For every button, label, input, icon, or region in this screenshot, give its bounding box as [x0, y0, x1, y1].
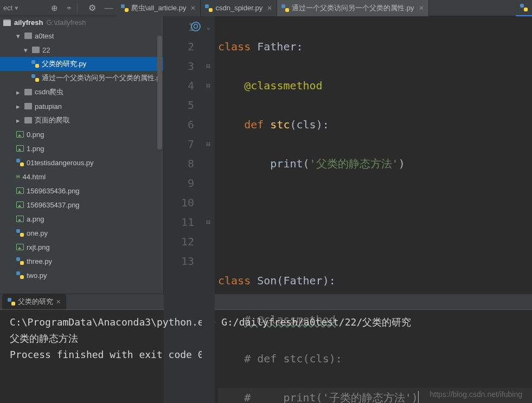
- tree-label: 1569635436.png: [27, 187, 80, 195]
- image-icon: [16, 216, 24, 222]
- project-root[interactable]: ailyfresh G:\dailyfresh: [0, 16, 163, 29]
- tree-label: 1569635437.png: [27, 201, 80, 209]
- fold-icon[interactable]: ⊟: [202, 56, 215, 76]
- python-icon: [8, 298, 15, 306]
- tree-label: 01testisdangerous.py: [27, 159, 94, 167]
- tree-item-01test[interactable]: 01testisdangerous.py: [0, 155, 163, 170]
- tree-label: 22: [42, 46, 50, 54]
- code-content[interactable]: class Father: @classmethod def stc(cls):…: [215, 16, 532, 403]
- html-icon: H: [16, 174, 20, 179]
- project-name: ailyfresh: [14, 18, 43, 27]
- python-icon: [16, 257, 24, 265]
- tab-label: csdn_spider.py: [215, 4, 262, 12]
- python-icon: [31, 60, 39, 68]
- tree-item-a0test[interactable]: ▾ a0test: [0, 29, 163, 43]
- editor: 1 2 3 4 5 6 7 8 9 10 11 12 13 ⌄ ⊟ ⊟: [164, 16, 532, 294]
- tree-label: 父类的研究.py: [42, 59, 86, 69]
- tab-all-article[interactable]: 爬虫\all_article.py ✕: [117, 0, 201, 16]
- tab-label: 爬虫\all_article.py: [131, 3, 187, 13]
- project-tree: ailyfresh G:\dailyfresh ▾ a0test ▾ 22 父类…: [0, 16, 164, 294]
- tree-item-patupian[interactable]: ▸ patupian: [0, 99, 163, 113]
- minimize-icon[interactable]: —: [105, 3, 113, 13]
- tree-item-apng[interactable]: a.png: [0, 212, 163, 226]
- tree-label: 0.png: [27, 131, 44, 139]
- tree-item-1png[interactable]: 1.png: [0, 141, 163, 155]
- tree-item-two[interactable]: two.py: [0, 268, 163, 282]
- fold-icon[interactable]: ⊟: [202, 134, 215, 154]
- tree-label: a.png: [27, 215, 44, 223]
- python-icon: [16, 229, 24, 237]
- folder-icon: [24, 117, 32, 123]
- tree-item-csdn[interactable]: ▸ csdn爬虫: [0, 85, 163, 99]
- tree-label: two.py: [27, 271, 47, 280]
- python-icon: [520, 4, 528, 11]
- chevron-right-icon: ▸: [16, 102, 22, 110]
- python-icon: [205, 4, 213, 12]
- folder-icon: [24, 32, 32, 39]
- tree-item-44html[interactable]: H 44.html: [0, 170, 163, 184]
- tree-item-access-attr[interactable]: 通过一个父类访问另一个父类的属性.p: [0, 71, 163, 85]
- tab-overflow[interactable]: [516, 0, 532, 16]
- image-icon: [16, 202, 24, 208]
- hint-icon[interactable]: ⌄: [202, 17, 215, 37]
- tree-item-1569635437[interactable]: 1569635437.png: [0, 198, 163, 212]
- tree-item-page-crawl[interactable]: ▸ 页面的爬取: [0, 113, 163, 127]
- tab-access-attr[interactable]: 通过一个父类访问另一个父类的属性.py ✕: [277, 0, 428, 16]
- close-icon[interactable]: ✕: [190, 4, 196, 12]
- tree-label: 通过一个父类访问另一个父类的属性.p: [42, 73, 161, 83]
- image-icon: [16, 244, 24, 250]
- toolbar-icons: ⊕ ÷: [51, 3, 71, 13]
- project-label: ect: [3, 4, 12, 12]
- image-icon: [16, 131, 24, 138]
- console-tab[interactable]: 父类的研究 ✕: [2, 294, 66, 309]
- tree-label: rxjt.png: [27, 243, 50, 251]
- close-icon[interactable]: ✕: [267, 4, 272, 12]
- tree-label: one.py: [27, 229, 48, 237]
- fold-end-icon[interactable]: ⊟: [202, 212, 215, 232]
- close-icon[interactable]: ✕: [419, 4, 424, 12]
- tree-item-rxjt[interactable]: rxjt.png: [0, 240, 163, 254]
- tab-label: 通过一个父类访问另一个父类的属性.py: [292, 3, 414, 13]
- tree-label: csdn爬虫: [35, 87, 63, 97]
- folder-icon: [32, 47, 40, 53]
- toolbar: ect ▾ ⊕ ÷ ⚙ — 爬虫\all_article.py ✕ csdn_s…: [0, 0, 532, 16]
- project-path: G:\dailyfresh: [46, 18, 86, 27]
- tab-csdn-spider[interactable]: csdn_spider.py ✕: [201, 0, 277, 16]
- gear-icon[interactable]: ⚙: [88, 3, 96, 13]
- python-icon: [16, 271, 24, 279]
- tree-item-1569635436[interactable]: 1569635436.png: [0, 184, 163, 198]
- tree-item-three[interactable]: three.py: [0, 254, 163, 268]
- folder-icon: [3, 20, 11, 26]
- editor-tabs: 爬虫\all_article.py ✕ csdn_spider.py ✕ 通过一…: [117, 0, 532, 16]
- folder-icon: [24, 89, 32, 95]
- fold-column: ⌄ ⊟ ⊟ ⊟ ⊟: [202, 16, 215, 403]
- image-icon: [16, 187, 24, 194]
- tree-item-father-research[interactable]: 父类的研究.py: [0, 57, 163, 71]
- tree-item-0png[interactable]: 0.png: [0, 127, 163, 141]
- folder-icon: [24, 103, 32, 109]
- tree-item-22[interactable]: ▾ 22: [0, 43, 163, 57]
- tree-item-one[interactable]: one.py: [0, 226, 163, 240]
- fold-end-icon[interactable]: ⊟: [202, 76, 215, 95]
- chevron-down-icon: ▾: [24, 46, 29, 54]
- intention-bulb-icon[interactable]: O: [191, 22, 201, 31]
- tree-label: a0test: [35, 32, 54, 40]
- chevron-right-icon: ▸: [16, 88, 22, 96]
- tree-label: 44.html: [23, 173, 46, 181]
- locate-icon[interactable]: ⊕: [51, 3, 58, 13]
- collapse-icon[interactable]: ÷: [67, 3, 71, 13]
- close-icon[interactable]: ✕: [56, 298, 61, 306]
- line-numbers: 1 2 3 4 5 6 7 8 9 10 11 12 13: [164, 16, 202, 403]
- tree-label: patupian: [35, 102, 62, 110]
- image-icon: [16, 145, 24, 152]
- python-icon: [31, 74, 39, 82]
- chevron-down-icon: ▾: [16, 32, 22, 40]
- watermark: https://blog.csdn.net/ifubing: [430, 390, 522, 399]
- python-icon: [121, 4, 129, 12]
- chevron-right-icon: ▸: [16, 116, 22, 125]
- chevron-down-icon[interactable]: ▾: [15, 4, 18, 12]
- console-tab-label: 父类的研究: [18, 297, 53, 307]
- python-icon: [281, 4, 289, 12]
- scrollbar[interactable]: [157, 36, 162, 150]
- tree-label: 页面的爬取: [35, 115, 70, 125]
